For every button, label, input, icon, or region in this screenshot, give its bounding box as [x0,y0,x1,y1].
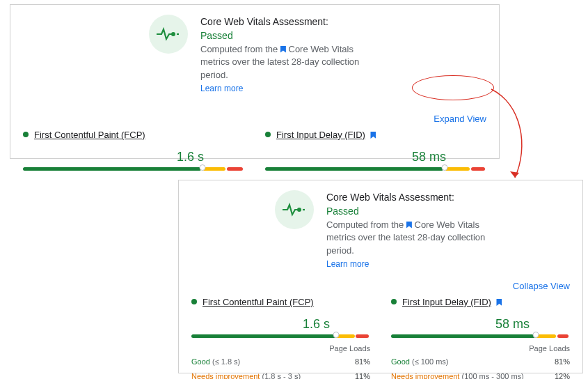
bar-segment [23,167,201,171]
status-dot-good [191,299,197,304]
metric-fid: First Input Delay (FID) 58 ms [265,130,486,173]
distribution-bar [191,333,370,340]
percentile-marker [333,332,340,338]
distribution-bar [391,333,570,340]
dist-pct: 81% [355,357,370,367]
bar-segment [202,167,225,171]
header-text: Core Web Vitals Assessment: Passed Compu… [326,190,486,271]
metric-title-row: First Input Delay (FID) [265,130,486,140]
dist-pct: 11% [355,371,370,379]
assessment-title: Core Web Vitals Assessment: Passed [200,15,360,43]
assessment-status: Passed [326,206,359,217]
metric-value: 1.6 s [23,150,244,164]
bar-segment [356,334,369,338]
dist-row-good: Good (≤ 1.8 s)81% [191,357,370,367]
title-prefix: Core Web Vitals Assessment: [326,192,454,203]
dist-pct: 12% [555,371,570,379]
title-prefix: Core Web Vitals Assessment: [200,16,328,27]
card-header: Core Web Vitals Assessment: Passed Compu… [191,190,570,271]
percentile-marker [199,164,205,171]
vitals-card-collapsed: Core Web Vitals Assessment: Passed Compu… [10,4,500,159]
learn-more-link[interactable]: Learn more [326,259,369,269]
metric-value: 58 ms [265,150,486,164]
status-dot-good [23,132,29,137]
pulse-icon [275,190,314,229]
status-dot-good [391,299,397,304]
vitals-card-expanded: Core Web Vitals Assessment: Passed Compu… [178,180,583,373]
metric-label[interactable]: First Input Delay (FID) [402,297,491,307]
bar-segment [191,334,335,338]
bookmark-icon [496,299,502,306]
bar-segment [265,167,443,171]
collapse-view-link[interactable]: Collapse View [513,281,570,291]
svg-point-3 [297,208,301,212]
page-loads-label: Page Loads [191,344,370,353]
annotation-arrow [487,84,543,188]
svg-marker-2 [510,171,519,178]
expand-view-link[interactable]: Expand View [434,114,486,124]
assessment-title: Core Web Vitals Assessment: Passed [326,190,486,219]
bar-segment [557,334,569,338]
assessment-status: Passed [200,30,233,41]
metric-value: 1.6 s [191,317,370,332]
bar-segment [471,167,485,171]
metric-fid-expanded: First Input Delay (FID) 58 ms Page Loads… [391,297,570,379]
svg-point-0 [171,32,175,36]
pulse-icon [149,15,188,54]
metric-value: 58 ms [391,317,570,332]
percentile-marker [533,332,539,338]
dist-pct: 81% [555,357,570,367]
learn-more-link[interactable]: Learn more [200,84,243,93]
bar-segment [227,167,244,171]
metric-label[interactable]: First Contentful Paint (FCP) [202,297,314,307]
metric-fcp-expanded: First Contentful Paint (FCP) 1.6 s Page … [191,297,370,379]
distribution-bar [265,166,486,173]
metric-label[interactable]: First Input Delay (FID) [276,130,365,140]
bookmark-icon [406,222,412,229]
distribution-bar [23,166,244,173]
dist-row-ni: Needs improvement (100 ms - 300 ms)12% [391,371,570,379]
percentile-marker [441,164,447,171]
page-loads-label: Page Loads [391,344,570,353]
dist-row-ni: Needs improvement (1.8 s - 3 s)11% [191,371,370,379]
bookmark-icon [370,132,376,139]
desc-pre: Computed from the [326,219,406,230]
bar-segment [391,334,535,338]
header-text: Core Web Vitals Assessment: Passed Compu… [200,15,360,95]
bar-segment [445,167,470,171]
card-header: Core Web Vitals Assessment: Passed Compu… [23,15,486,95]
desc-pre: Computed from the [200,44,280,54]
metric-label[interactable]: First Contentful Paint (FCP) [34,130,145,140]
status-dot-good [265,132,271,137]
metric-title-row: First Contentful Paint (FCP) [23,130,244,140]
metric-fcp: First Contentful Paint (FCP) 1.6 s [23,130,244,173]
dist-row-good: Good (≤ 100 ms)81% [391,357,570,367]
bookmark-icon [280,46,286,53]
